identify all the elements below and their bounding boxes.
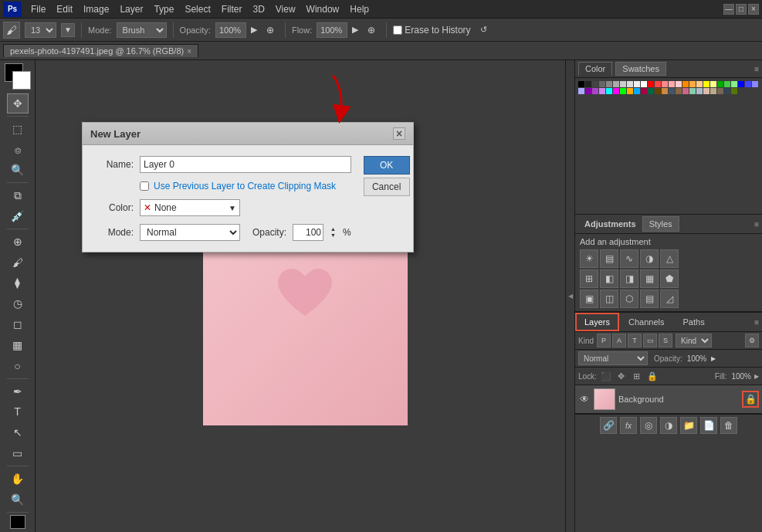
tool-crop[interactable]: ⧉: [7, 185, 29, 205]
layers-tab[interactable]: Layers: [575, 313, 619, 331]
adj-gradient-icon[interactable]: ▣: [580, 290, 598, 308]
swatch-khaki[interactable]: [710, 88, 716, 94]
kind-shape-btn[interactable]: ▭: [643, 334, 657, 347]
swatch-lime[interactable]: [620, 88, 626, 94]
layer-lock-icon[interactable]: 🔒: [742, 391, 759, 408]
tool-eyedropper[interactable]: 💉: [7, 206, 29, 226]
channels-tab[interactable]: Channels: [619, 313, 673, 331]
flow-stepper[interactable]: ▶: [352, 25, 358, 35]
adj-posterize-icon[interactable]: ▤: [640, 290, 659, 308]
adjustments-panel-menu[interactable]: ≡: [754, 220, 759, 229]
brush-tool-icon[interactable]: 🖌: [3, 22, 20, 39]
swatch-g2[interactable]: [731, 81, 737, 87]
swatch-r4[interactable]: [676, 81, 682, 87]
cancel-button[interactable]: Cancel: [364, 178, 410, 196]
pressure-opacity-icon[interactable]: ⊕: [262, 22, 279, 39]
layer-background[interactable]: 👁 Background 🔒: [575, 385, 762, 414]
swatch-purple[interactable]: [585, 88, 591, 94]
swatch-cyan[interactable]: [606, 88, 612, 94]
layer-fx-btn[interactable]: fx: [620, 417, 637, 434]
layer-delete-btn[interactable]: 🗑: [720, 417, 737, 434]
layers-panel-menu[interactable]: ≡: [751, 317, 762, 328]
menu-edit[interactable]: Edit: [52, 2, 77, 16]
swatch-black[interactable]: [578, 81, 584, 87]
opacity-value-input[interactable]: [293, 224, 323, 241]
ok-button[interactable]: OK: [364, 156, 410, 175]
tool-eraser[interactable]: ◻: [7, 314, 29, 334]
tool-clone[interactable]: ⧫: [7, 273, 29, 293]
swatch-1[interactable]: [585, 81, 591, 87]
minimize-button[interactable]: —: [723, 4, 734, 15]
swatch-4[interactable]: [606, 81, 612, 87]
background-color[interactable]: [12, 71, 31, 90]
erase-history-checkbox[interactable]: [393, 25, 402, 35]
adj-threshold-icon[interactable]: ◿: [660, 290, 679, 308]
lock-position-btn[interactable]: ✥: [615, 370, 628, 382]
menu-select[interactable]: Select: [180, 2, 215, 16]
styles-tab[interactable]: Styles: [642, 216, 679, 232]
tool-pen[interactable]: ✒: [7, 381, 29, 402]
layer-mask-btn[interactable]: ◎: [640, 417, 657, 434]
swatch-blue[interactable]: [738, 81, 744, 87]
tool-move[interactable]: ✥: [7, 93, 29, 114]
swatch-y1[interactable]: [710, 81, 716, 87]
swatches-tab[interactable]: Swatches: [615, 62, 666, 76]
opacity-stepper-arrows[interactable]: ▲ ▼: [330, 226, 336, 238]
adjustments-tab[interactable]: Adjustments: [578, 217, 642, 231]
adj-curves-icon[interactable]: ∿: [620, 249, 638, 268]
document-tab[interactable]: pexels-photo-4197491.jpeg @ 16.7% (RGB/8…: [3, 44, 198, 57]
swatch-taupe[interactable]: [717, 88, 723, 94]
adj-bw-icon[interactable]: ◨: [620, 269, 638, 288]
flow-input[interactable]: [317, 22, 347, 38]
tool-gradient[interactable]: ▦: [7, 335, 29, 355]
swatch-o1[interactable]: [689, 81, 696, 87]
filter-btn[interactable]: ⚙: [745, 334, 759, 347]
swatch-brown[interactable]: [655, 88, 661, 94]
tool-zoom[interactable]: 🔍: [7, 490, 29, 510]
tool-history-brush[interactable]: ◷: [7, 293, 29, 313]
menu-3d[interactable]: 3D: [248, 2, 269, 16]
swatch-b3[interactable]: [578, 88, 584, 94]
swatch-navy[interactable]: [724, 88, 730, 94]
swatch-tan[interactable]: [662, 88, 668, 94]
brush-preset-icon[interactable]: ▼: [61, 23, 75, 37]
swatch-olive[interactable]: [731, 88, 737, 94]
swatch-white[interactable]: [641, 81, 647, 87]
kind-filter-select[interactable]: Kind: [676, 334, 712, 347]
adj-channelmixer-icon[interactable]: ⬟: [660, 269, 679, 288]
lock-artboard-btn[interactable]: ⊞: [631, 370, 643, 382]
mode-select[interactable]: Brush: [117, 22, 167, 38]
menu-window[interactable]: Window: [302, 2, 344, 16]
layer-adjustment-btn[interactable]: ◑: [660, 417, 677, 434]
swatch-p2[interactable]: [599, 88, 605, 94]
swatch-sky[interactable]: [634, 88, 640, 94]
tool-brush[interactable]: 🖌: [7, 252, 29, 273]
kind-smart-btn[interactable]: S: [659, 334, 672, 347]
layer-group-btn[interactable]: 📁: [680, 417, 697, 434]
swatch-red[interactable]: [648, 81, 654, 87]
kind-type-btn[interactable]: T: [628, 334, 642, 347]
layer-name-input[interactable]: [140, 156, 351, 173]
adj-selectivecolor-icon[interactable]: ◫: [600, 290, 618, 308]
menu-view[interactable]: View: [271, 2, 300, 16]
tool-text[interactable]: T: [7, 402, 29, 422]
color-dropdown[interactable]: ✕ None ▼: [140, 199, 240, 216]
layer-link-btn[interactable]: 🔗: [600, 417, 617, 434]
menu-filter[interactable]: Filter: [217, 2, 247, 16]
menu-image[interactable]: Image: [79, 2, 113, 16]
swatch-magenta[interactable]: [613, 88, 619, 94]
color-swatch[interactable]: [10, 515, 25, 530]
adj-exposure-icon[interactable]: ◑: [640, 249, 659, 268]
tool-quick-select[interactable]: 🔍: [7, 160, 29, 180]
maximize-button[interactable]: □: [736, 4, 747, 15]
dialog-close-button[interactable]: ×: [393, 127, 405, 140]
swatch-crimson[interactable]: [641, 88, 647, 94]
tool-lasso[interactable]: ⌾: [7, 140, 29, 160]
swatch-b2[interactable]: [752, 81, 758, 87]
swatch-orange[interactable]: [682, 81, 689, 87]
tool-rectangle-select[interactable]: ⬚: [7, 119, 29, 139]
opacity-input[interactable]: [215, 22, 246, 38]
clip-mask-checkbox[interactable]: [140, 181, 149, 191]
adj-photofilter-icon[interactable]: ▦: [640, 269, 659, 288]
fg-bg-colors[interactable]: [5, 63, 31, 90]
